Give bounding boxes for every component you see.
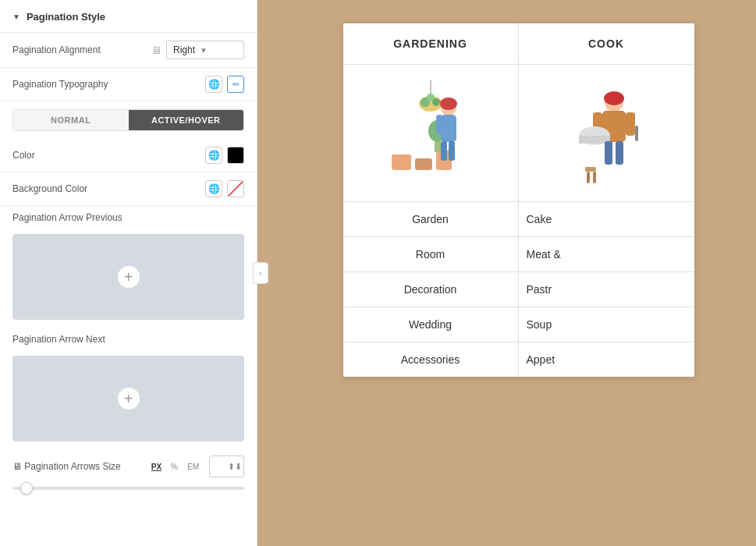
svg-rect-12	[436, 115, 442, 134]
svg-rect-20	[626, 112, 635, 136]
gardening-image-cell	[343, 65, 519, 201]
svg-point-7	[427, 94, 435, 101]
svg-rect-13	[447, 115, 453, 136]
accessories-cell: Accessories	[343, 342, 519, 377]
decoration-cell: Decoration	[343, 272, 519, 307]
categories-table: GARDENING COOK	[343, 23, 694, 377]
gardening-header: GARDENING	[343, 23, 519, 65]
svg-rect-1	[415, 158, 432, 170]
monitor-icon: 🖥	[151, 44, 161, 56]
bg-color-controls: 🌐	[205, 180, 244, 197]
color-row: Color 🌐	[0, 139, 257, 172]
arrow-prev-label: Pagination Arrow Previous	[0, 206, 257, 226]
alignment-label: Pagination Alignment	[12, 44, 151, 55]
table-row-3: Decoration Pastr	[343, 272, 694, 307]
color-globe-icon[interactable]: 🌐	[205, 147, 222, 164]
cooking-image-cell	[519, 65, 694, 201]
monitor-size-icon: 🖥	[12, 461, 24, 472]
bg-color-label: Background Color	[12, 183, 205, 194]
svg-rect-25	[605, 141, 612, 165]
soup-cell: Soup	[519, 307, 694, 342]
room-cell: Room	[343, 237, 519, 271]
unit-percent[interactable]: %	[167, 461, 182, 473]
arrow-prev-upload[interactable]: +	[12, 234, 244, 320]
pagination-alignment-row: Pagination Alignment 🖥 Right ▼	[0, 33, 257, 68]
unit-px[interactable]: PX	[147, 461, 165, 473]
appet-cell: Appet	[519, 342, 694, 377]
cook-header: COOK	[519, 23, 694, 65]
alignment-value: Right	[173, 44, 195, 55]
unit-em[interactable]: EM	[183, 461, 203, 473]
typography-label: Pagination Typography	[12, 79, 205, 90]
section-header: ▼ Pagination Style	[0, 0, 257, 33]
pastry-cell: Pastr	[519, 272, 694, 307]
garden-cell: Garden	[343, 202, 519, 236]
svg-rect-28	[587, 172, 590, 183]
unit-tabs: PX % EM	[147, 461, 203, 473]
size-number-input[interactable]: ⬆⬇	[209, 456, 244, 477]
table-image-row	[343, 65, 694, 202]
arrows-size-row: 🖥 Pagination Arrows Size PX % EM ⬆⬇	[0, 449, 257, 484]
section-title: Pagination Style	[27, 11, 105, 23]
bg-globe-icon[interactable]: 🌐	[205, 180, 222, 197]
size-slider-row	[0, 484, 257, 499]
dropdown-arrow-icon: ▼	[200, 46, 208, 55]
right-content-area: GARDENING COOK	[257, 0, 756, 546]
table-row-4: Wedding Soup	[343, 307, 694, 342]
size-slider-thumb[interactable]	[20, 482, 33, 495]
gardening-illustration	[388, 80, 474, 186]
table-header-row: GARDENING COOK	[343, 23, 694, 65]
collapse-chevron[interactable]: ▼	[12, 12, 20, 21]
color-swatch[interactable]	[227, 147, 244, 164]
svg-rect-24	[635, 126, 638, 141]
svg-rect-29	[593, 172, 596, 183]
arrows-size-label: 🖥 Pagination Arrows Size	[12, 461, 141, 472]
table-row-5: Accessories Appet	[343, 342, 694, 377]
alignment-dropdown[interactable]: Right ▼	[166, 41, 244, 59]
svg-rect-27	[585, 167, 596, 172]
panel-collapse-button[interactable]: ‹	[253, 262, 268, 284]
arrow-next-label: Pagination Arrow Next	[0, 328, 257, 348]
arrow-next-upload[interactable]: +	[12, 356, 244, 441]
typography-pencil-icon[interactable]: ✏	[227, 76, 244, 93]
normal-toggle[interactable]: NORMAL	[13, 110, 129, 130]
size-slider-track[interactable]	[12, 487, 244, 490]
table-row-2: Room Meat &	[343, 237, 694, 272]
bg-color-swatch[interactable]	[227, 180, 244, 197]
svg-point-21	[604, 91, 624, 105]
cooking-illustration	[571, 83, 641, 184]
color-label: Color	[12, 150, 205, 161]
state-toggle-group: NORMAL ACTIVE/HOVER	[12, 109, 244, 131]
table-row-1: Garden Cake	[343, 202, 694, 237]
svg-point-16	[440, 98, 457, 110]
left-panel: ▼ Pagination Style Pagination Alignment …	[0, 0, 257, 546]
cake-cell: Cake	[519, 202, 694, 236]
alignment-controls: 🖥 Right ▼	[151, 41, 244, 59]
color-controls: 🌐	[205, 147, 244, 164]
pagination-typography-row: Pagination Typography 🌐 ✏	[0, 68, 257, 101]
svg-rect-0	[392, 154, 411, 170]
upload-next-plus-icon: +	[118, 388, 140, 410]
svg-rect-14	[441, 141, 447, 161]
svg-rect-26	[616, 141, 623, 165]
svg-rect-15	[449, 141, 455, 161]
meat-cell: Meat &	[519, 237, 694, 271]
wedding-cell: Wedding	[343, 307, 519, 342]
typography-controls: 🌐 ✏	[205, 76, 244, 93]
active-hover-toggle[interactable]: ACTIVE/HOVER	[129, 110, 244, 130]
bg-color-row: Background Color 🌐	[0, 172, 257, 206]
upload-plus-icon: +	[118, 266, 140, 288]
typography-globe-icon[interactable]: 🌐	[205, 76, 222, 93]
